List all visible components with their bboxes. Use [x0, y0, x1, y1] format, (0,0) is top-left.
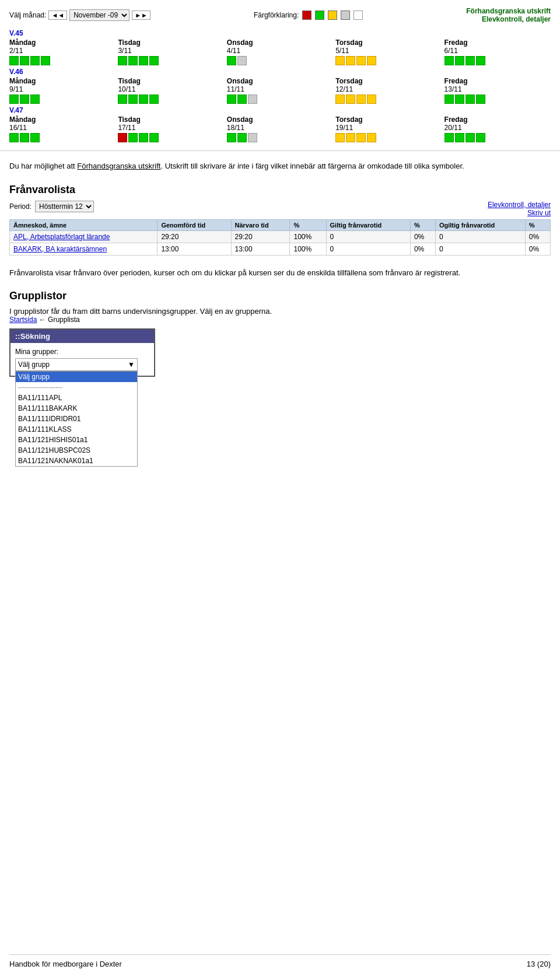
day-name: Onsdag	[227, 116, 333, 124]
day-name: Måndag	[9, 77, 116, 85]
col-pct1: %	[290, 219, 326, 230]
table-cell: 0	[326, 230, 410, 243]
green-block	[118, 56, 127, 65]
franvaro-links: Elevkontroll, detaljer Skriv ut	[488, 201, 551, 217]
search-box-header: ::Sökning	[10, 330, 154, 343]
day-name: Onsdag	[227, 38, 333, 47]
breadcrumb-home-link[interactable]: Startsida	[9, 316, 37, 324]
green-block	[30, 94, 40, 104]
group-select-button[interactable]: Välj grupp ▼	[15, 358, 138, 371]
day-date: 19/11	[335, 124, 442, 132]
dropdown-option[interactable]: BA11/121NAKNAK01a1	[16, 456, 137, 466]
day-column: Måndag9/11	[9, 77, 116, 104]
preview-print-link[interactable]: Förhandsgranska utskrift	[466, 7, 551, 15]
dropdown-separator: -------------------	[16, 382, 137, 393]
legend-gray	[341, 10, 350, 20]
day-date: 3/11	[118, 47, 224, 55]
dropdown-option[interactable]: BA11/121HUBSPC02S	[16, 445, 137, 456]
green-block	[139, 56, 148, 65]
franvaro-description: Frånvarolista visar frånvaro över period…	[0, 261, 560, 285]
days-row: Måndag16/11Tisdag17/11Onsdag18/11Torsdag…	[9, 116, 551, 142]
franvaro-title: Frånvarolista	[9, 184, 551, 196]
green-block	[118, 94, 127, 104]
next-month-button[interactable]: ►►	[132, 10, 150, 20]
table-cell: 0	[435, 243, 525, 255]
green-block	[466, 94, 475, 104]
day-date: 13/11	[444, 85, 551, 93]
table-cell: 13:00	[231, 243, 290, 255]
day-column: Onsdag11/11	[227, 77, 333, 104]
footer-text: Handbok för medborgare i Dexter	[9, 960, 122, 968]
day-blocks	[227, 94, 333, 104]
yellow-block	[335, 133, 345, 142]
student-control-link[interactable]: Elevkontroll, detaljer	[482, 15, 551, 23]
day-column: Torsdag12/11	[335, 77, 442, 104]
table-cell: 0	[326, 243, 410, 255]
green-block	[139, 94, 148, 104]
week-number: V.45	[9, 29, 551, 37]
week-row: V.47Måndag16/11Tisdag17/11Onsdag18/11Tor…	[9, 106, 551, 142]
green-block	[128, 133, 138, 142]
day-blocks	[444, 133, 551, 142]
breadcrumb-arrow: ←	[39, 316, 48, 324]
yellow-block	[367, 56, 376, 65]
day-date: 4/11	[227, 47, 333, 55]
green-block	[466, 133, 475, 142]
info-text-after: . Utskrift till skrivare är inte i färg …	[160, 162, 464, 170]
day-name: Onsdag	[227, 77, 333, 85]
dropdown-option[interactable]: BA11/111BAKARK	[16, 403, 137, 414]
green-block	[9, 56, 19, 65]
period-select[interactable]: Hösttermin 12	[35, 201, 94, 212]
group-select-label: Välj grupp	[18, 360, 50, 369]
day-column: Tisdag17/11	[118, 116, 224, 142]
franvaro-desc-text: Frånvarolista visar frånvaro över period…	[9, 267, 551, 279]
month-label: Välj månad:	[9, 11, 46, 19]
day-column: Fredag20/11	[444, 116, 551, 142]
day-date: 9/11	[9, 85, 116, 93]
green-block	[237, 133, 247, 142]
franvaro-print-link[interactable]: Skriv ut	[527, 209, 551, 217]
dropdown-option[interactable]: Välj grupp	[16, 372, 137, 382]
week-number: V.47	[9, 106, 551, 114]
dropdown-option[interactable]: BA11/111APL	[16, 393, 137, 403]
day-blocks	[118, 56, 224, 65]
col-subject: Ämneskod, ämne	[10, 219, 158, 230]
dropdown-option[interactable]: BA11/111KLASS	[16, 424, 137, 435]
table-row: APL, Arbetsplatsförlagt lärande29:2029:2…	[10, 230, 551, 243]
franvaro-student-link[interactable]: Elevkontroll, detaljer	[488, 201, 551, 209]
green-block	[149, 94, 159, 104]
table-cell: 29:20	[158, 230, 231, 243]
green-block	[476, 133, 485, 142]
green-block	[149, 56, 159, 65]
dropdown-option[interactable]: BA11/111IDRIDR01	[16, 414, 137, 424]
week-row: V.45Måndag2/11Tisdag3/11Onsdag4/11Torsda…	[9, 29, 551, 65]
week-row: V.46Måndag9/11Tisdag10/11Onsdag11/11Tors…	[9, 68, 551, 104]
green-block	[444, 56, 454, 65]
day-blocks	[335, 94, 442, 104]
yellow-block	[335, 94, 345, 104]
legend-white	[354, 10, 363, 20]
day-name: Tisdag	[118, 77, 224, 85]
my-groups-label: Mina grupper:	[15, 348, 149, 356]
month-select[interactable]: November -09	[69, 9, 130, 21]
franvaro-table: Ämneskod, ämne Genomförd tid Närvaro tid…	[9, 219, 551, 256]
green-block	[20, 133, 29, 142]
green-block	[455, 133, 464, 142]
gray-block	[248, 94, 257, 104]
green-block	[466, 56, 475, 65]
info-preview-link[interactable]: Förhandsgranska utskrift	[77, 162, 160, 170]
table-cell: 0	[435, 230, 525, 243]
col-pct3: %	[525, 219, 550, 230]
days-row: Måndag2/11Tisdag3/11Onsdag4/11Torsdag5/1…	[9, 38, 551, 65]
table-cell: 29:20	[231, 230, 290, 243]
yellow-block	[367, 94, 376, 104]
subject-link[interactable]: APL, Arbetsplatsförlagt lärande	[13, 233, 110, 241]
prev-month-button[interactable]: ◄◄	[48, 10, 67, 20]
subject-link[interactable]: BAKARK, BA karaktärsämnen	[13, 245, 107, 253]
yellow-block	[335, 56, 345, 65]
dropdown-option[interactable]: BA11/121HISHIS01a1	[16, 435, 137, 445]
search-box: ::Sökning Mina grupper: Välj grupp ▼ Väl…	[9, 328, 155, 377]
table-row: BAKARK, BA karaktärsämnen13:0013:00100%0…	[10, 243, 551, 255]
yellow-block	[346, 94, 355, 104]
red-block	[118, 133, 127, 142]
